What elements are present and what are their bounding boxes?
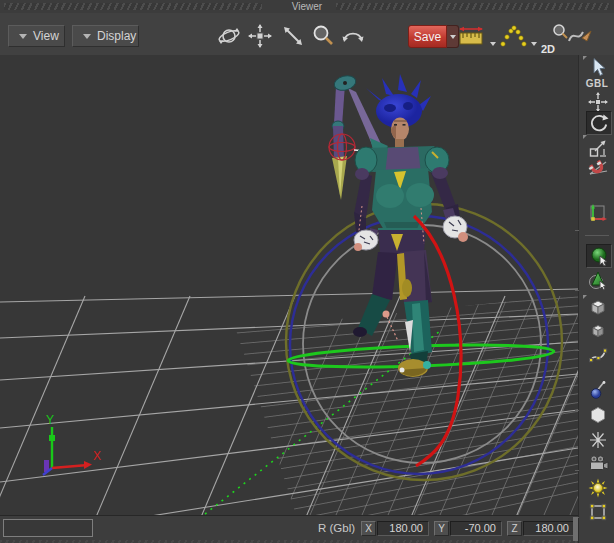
spline-tool-icon[interactable] [586, 344, 610, 366]
display-menu-button[interactable]: Display [72, 25, 139, 47]
transform-mode-label: R (Gbl) [318, 522, 355, 534]
marker-object-icon[interactable] [586, 501, 610, 523]
axis-x-value[interactable]: 180.00 [377, 521, 429, 536]
sidebar-divider [585, 235, 609, 236]
joint-tool-icon[interactable] [586, 379, 610, 401]
snap-tool-icon[interactable] [586, 156, 610, 178]
select-tool-icon[interactable] [586, 56, 610, 78]
scene-canvas: Y X [0, 55, 578, 515]
corner-grip[interactable] [573, 517, 578, 541]
pen-annotate-icon[interactable] [565, 22, 593, 50]
viewport-3d[interactable]: Y X Producer Perspective Clip_Run_Loop.f… [0, 55, 578, 515]
camera-object-icon[interactable] [586, 452, 610, 474]
gizmo-y-label: Y [46, 413, 54, 427]
tool-sidebar: GBL [578, 55, 614, 543]
window-title: Viewer [0, 0, 614, 13]
measure-dropdown-icon[interactable] [488, 39, 498, 49]
gbl-mode-label[interactable]: GBL [579, 78, 614, 89]
light-object-icon[interactable] [586, 477, 610, 499]
viewer-window: Viewer View Display [0, 0, 614, 543]
2d-zoom-label: 2D [541, 43, 555, 55]
gizmo-x-label: X [93, 449, 101, 463]
chevron-down-icon [531, 42, 537, 46]
cube-primitive-icon[interactable] [586, 296, 610, 318]
axis-x-button[interactable]: X [361, 521, 376, 536]
axes-display-icon[interactable] [586, 202, 610, 224]
chevron-down-icon [83, 34, 91, 39]
axis-y-button[interactable]: Y [434, 521, 449, 536]
cube-primitive-2-icon[interactable] [586, 319, 610, 341]
title-bar[interactable]: Viewer [0, 0, 614, 13]
axis-gizmo: Y X [43, 413, 101, 475]
select-by-shape-icon[interactable] [586, 269, 610, 291]
curve-keys-dropdown-icon[interactable] [529, 39, 539, 49]
axis-z-value[interactable]: 180.00 [523, 521, 575, 536]
toolbar: View Display [0, 13, 614, 57]
chevron-down-icon [490, 42, 496, 46]
pan-camera-icon[interactable] [246, 22, 274, 50]
zoom-camera-icon[interactable] [279, 22, 307, 50]
rotate-tool-icon[interactable] [586, 111, 612, 135]
view-menu-button[interactable]: View [8, 25, 65, 47]
chevron-down-icon [19, 34, 27, 39]
magnifier-icon[interactable] [309, 22, 337, 50]
roll-camera-icon[interactable] [339, 22, 367, 50]
floor-grid [0, 289, 578, 515]
view-menu-label: View [33, 29, 59, 43]
display-menu-label: Display [97, 29, 136, 43]
translate-tool-icon[interactable] [586, 91, 610, 113]
orbit-camera-icon[interactable] [215, 22, 243, 50]
polygon-primitive-icon[interactable] [586, 404, 610, 426]
null-object-icon[interactable] [586, 429, 610, 451]
measure-tool-icon[interactable] [457, 22, 485, 50]
status-bar: R (Gbl) X 180.00 Y -70.00 Z 180.00 [0, 515, 578, 543]
status-input[interactable] [3, 519, 93, 537]
select-by-model-icon[interactable] [586, 244, 612, 268]
save-button[interactable]: Save [408, 25, 447, 48]
curve-keys-tool-icon[interactable] [499, 22, 527, 50]
chevron-down-icon [450, 35, 456, 39]
axis-z-button[interactable]: Z [507, 521, 522, 536]
axis-y-value[interactable]: -70.00 [450, 521, 502, 536]
save-button-label: Save [414, 30, 441, 44]
